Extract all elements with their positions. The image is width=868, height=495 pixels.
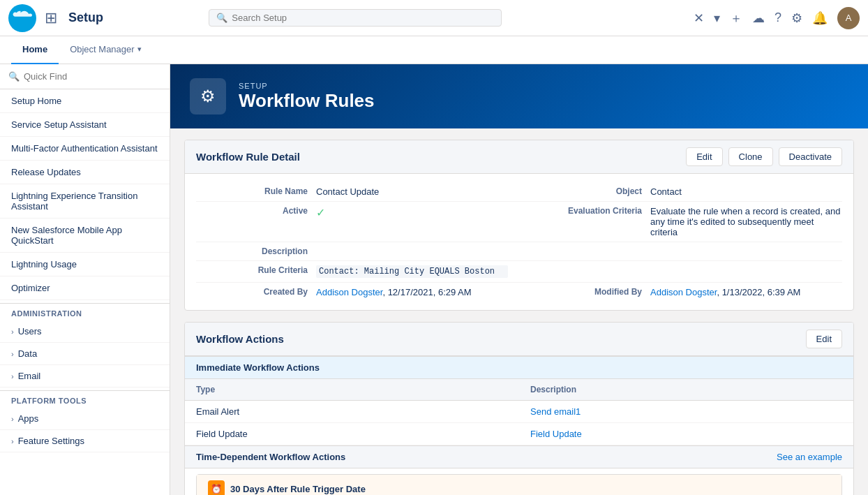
card-title: Workflow Rule Detail [196, 151, 300, 163]
dropdown-icon[interactable]: ▾ [714, 10, 720, 26]
row-type: Field Update [185, 423, 519, 445]
immediate-actions-header: Immediate Workflow Actions [185, 356, 853, 379]
see-example-link[interactable]: See an example [777, 452, 842, 462]
sidebar-item-mfa-assistant[interactable]: Multi-Factor Authentication Assistant [0, 137, 170, 161]
modified-by-label: Modified By [516, 287, 642, 297]
col-description: Description [519, 379, 853, 401]
sidebar-item-setup-home[interactable]: Setup Home [0, 89, 170, 113]
sidebar-search-input[interactable] [24, 71, 161, 82]
rule-name-value: Contact Update [316, 186, 508, 197]
table-header-row: Type Description [185, 379, 853, 401]
sidebar-item-data[interactable]: › Data [0, 343, 170, 365]
sidebar-item-lightning-transition[interactable]: Lightning Experience Transition Assistan… [0, 184, 170, 219]
detail-row-rule-criteria: Rule Criteria Contact: Mailing City EQUA… [196, 261, 842, 283]
grid-icon[interactable]: ⊞ [45, 9, 57, 27]
card-header: Workflow Rule Detail Edit Clone Deactiva… [185, 140, 853, 174]
workflow-actions-title: Workflow Actions [196, 333, 284, 345]
close-icon[interactable]: ✕ [694, 10, 704, 26]
main-layout: 🔍 Setup Home Service Setup Assistant Mul… [0, 64, 868, 495]
avatar[interactable]: A [837, 7, 860, 29]
bell-icon[interactable]: 🔔 [812, 10, 828, 26]
sidebar-item-feature-settings[interactable]: › Feature Settings [0, 430, 170, 452]
setup-label: SETUP [239, 82, 375, 90]
sidebar-item-service-setup-assistant[interactable]: Service Setup Assistant [0, 113, 170, 137]
field-update-link[interactable]: Field Update [530, 429, 582, 439]
detail-row-rule-name: Rule Name Contact Update Object Contact [196, 182, 842, 202]
sidebar-item-email[interactable]: › Email [0, 365, 170, 387]
created-by-label: Created By [196, 287, 308, 297]
time-trigger-header: ⏰ 30 Days After Rule Trigger Date [197, 475, 841, 495]
detail-table: Rule Name Contact Update Object Contact … [185, 174, 853, 310]
object-value: Contact [650, 186, 842, 197]
clock-icon: ⏰ [208, 480, 225, 495]
search-bar: 🔍 [209, 9, 502, 27]
tab-object-manager[interactable]: Object Manager ▾ [59, 36, 153, 64]
sidebar-item-users[interactable]: › Users [0, 320, 170, 343]
sidebar-item-apps[interactable]: › Apps [0, 408, 170, 430]
cloud-icon[interactable]: ☁ [752, 10, 765, 26]
time-dependent-header: Time-Dependent Workflow Actions See an e… [185, 445, 853, 468]
active-value: ✓ [316, 206, 508, 219]
sidebar-item-lightning-usage[interactable]: Lightning Usage [0, 253, 170, 276]
chevron-icon: › [11, 437, 14, 445]
col-type: Type [185, 379, 519, 401]
time-trigger-block: ⏰ 30 Days After Rule Trigger Date Type D… [196, 474, 842, 495]
card-header-actions: Edit Clone Deactivate [686, 147, 842, 166]
nav-icons: ✕ ▾ ＋ ☁ ? ⚙ 🔔 A [694, 7, 860, 29]
row-description: Send email1 [519, 401, 853, 423]
workflow-actions-edit-button[interactable]: Edit [806, 330, 842, 348]
rule-name-label: Rule Name [196, 186, 308, 196]
add-icon[interactable]: ＋ [730, 10, 742, 27]
rule-criteria-label: Rule Criteria [196, 265, 308, 275]
workflow-actions-header: Workflow Actions Edit [185, 323, 853, 356]
settings-icon[interactable]: ⚙ [791, 10, 802, 26]
chevron-down-icon: ▾ [137, 45, 142, 54]
search-icon: 🔍 [216, 13, 227, 23]
detail-row-description: Description [196, 242, 842, 261]
search-input[interactable] [232, 13, 494, 23]
clone-button[interactable]: Clone [728, 147, 773, 166]
row-type: Email Alert [185, 401, 519, 423]
chevron-icon: › [11, 327, 14, 336]
modified-by-value: Addison Dogster, 1/13/2022, 6:39 AM [650, 287, 842, 297]
sidebar: 🔍 Setup Home Service Setup Assistant Mul… [0, 64, 170, 495]
modified-by-link[interactable]: Addison Dogster [650, 287, 717, 297]
top-navigation: ⊞ Setup 🔍 ✕ ▾ ＋ ☁ ? ⚙ 🔔 A [0, 0, 868, 36]
help-icon[interactable]: ? [775, 10, 781, 25]
sidebar-item-optimizer[interactable]: Optimizer [0, 276, 170, 300]
table-row: Field Update Field Update [185, 423, 853, 445]
tab-home[interactable]: Home [11, 36, 59, 64]
main-content: ⚙ SETUP Workflow Rules Workflow Rule Det… [170, 64, 868, 495]
workflow-rule-detail-card: Workflow Rule Detail Edit Clone Deactiva… [184, 140, 854, 311]
eval-criteria-value: Evaluate the rule when a record is creat… [650, 206, 842, 237]
created-by-value: Addison Dogster, 12/17/2021, 6:29 AM [316, 287, 508, 297]
page-header-text: SETUP Workflow Rules [239, 82, 375, 112]
detail-row-created-by: Created By Addison Dogster, 12/17/2021, … [196, 283, 842, 302]
row-description: Field Update [519, 423, 853, 445]
sidebar-item-mobile-quickstart[interactable]: New Salesforce Mobile App QuickStart [0, 219, 170, 253]
app-title: Setup [68, 10, 103, 25]
chevron-icon: › [11, 415, 14, 423]
second-navigation: Home Object Manager ▾ [0, 36, 868, 64]
sidebar-search: 🔍 [0, 64, 170, 89]
content-body: Workflow Rule Detail Edit Clone Deactiva… [170, 128, 868, 495]
sidebar-section-administration: ADMINISTRATION [0, 303, 170, 320]
search-icon: 🔍 [8, 71, 20, 82]
time-trigger-label: 30 Days After Rule Trigger Date [230, 484, 366, 494]
deactivate-button[interactable]: Deactivate [779, 147, 842, 166]
chevron-icon: › [11, 372, 14, 381]
page-header: ⚙ SETUP Workflow Rules [170, 64, 868, 128]
workflow-actions-card: Workflow Actions Edit Immediate Workflow… [184, 322, 854, 495]
send-email-link[interactable]: Send email1 [530, 406, 581, 417]
created-by-link[interactable]: Addison Dogster [316, 287, 382, 297]
edit-button[interactable]: Edit [686, 147, 722, 166]
description-label: Description [196, 246, 308, 256]
object-label: Object [516, 186, 642, 196]
page-title: Workflow Rules [239, 90, 375, 112]
rule-criteria-value: Contact: Mailing City EQUALS Boston [316, 265, 508, 278]
detail-row-active: Active ✓ Evaluation Criteria Evaluate th… [196, 202, 842, 242]
chevron-icon: › [11, 350, 14, 358]
active-label: Active [196, 206, 308, 216]
sidebar-item-release-updates[interactable]: Release Updates [0, 161, 170, 184]
time-dependent-title: Time-Dependent Workflow Actions [196, 452, 345, 462]
